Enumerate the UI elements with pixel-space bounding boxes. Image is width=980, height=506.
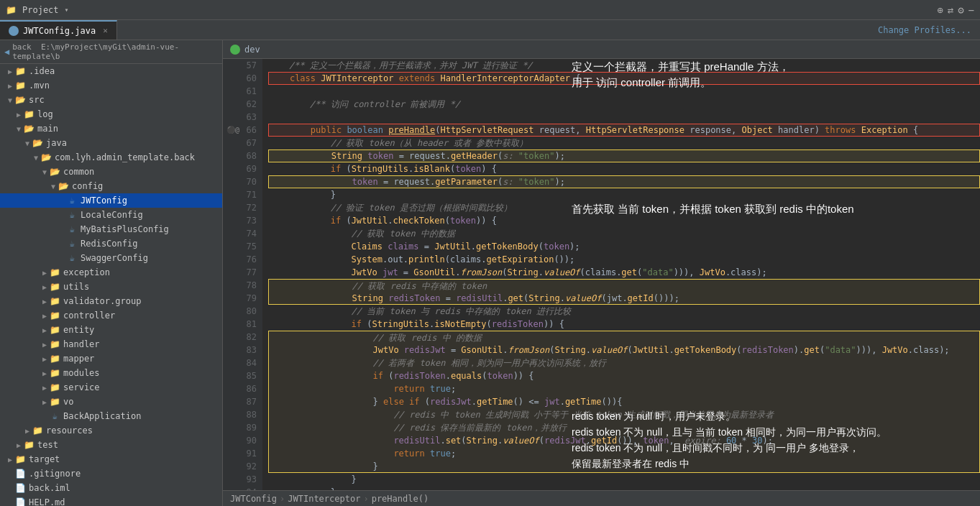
sidebar-item-vo[interactable]: ▶ 📁 vo [0, 395, 222, 409]
sidebar-item-test[interactable]: ▶ 📁 test [0, 438, 222, 452]
folder-icon: 📁 [49, 324, 60, 336]
sidebar-item-redisconfig[interactable]: ▶ ☕ RedisConfig [0, 236, 222, 251]
sidebar-item-utils[interactable]: ▶ 📁 utils [0, 280, 222, 294]
back-navigation[interactable]: ◀ back E:\myProject\myGit\admin-vue-temp… [0, 40, 222, 64]
collapse-arrow: ▶ [40, 269, 49, 277]
sidebar-item-common[interactable]: ▼ 📂 common [0, 165, 222, 179]
sidebar-item-modules[interactable]: ▶ 📁 modules [0, 366, 222, 380]
git-file-icon: 📄 [14, 468, 26, 479]
project-section: 📁 Project ▾ [6, 5, 69, 15]
sidebar-item-label: handler [63, 339, 100, 349]
sidebar-item-swaggerconfig[interactable]: ▶ ☕ SwaggerConfig [0, 251, 222, 265]
editor-area: dev 57 60 61 62 63 ⚫@ 66 67 68 69 70 71 … [223, 40, 980, 506]
code-body[interactable]: /** 定义一个拦截器，用于拦截请求，并对 JWT 进行验证 */ class … [262, 59, 980, 490]
sidebar-item-src[interactable]: ▼ 📂 src [0, 93, 222, 107]
sidebar-item-log[interactable]: ▶ 📁 log [0, 107, 222, 121]
sidebar-item-main[interactable]: ▼ 📂 main [0, 121, 222, 136]
sidebar-item-gitignore[interactable]: ▶ 📄 .gitignore [0, 466, 222, 481]
collapse-arrow: ▶ [40, 341, 49, 349]
folder-icon: 📁 [49, 382, 60, 393]
sidebar-item-label: JWTConfig [81, 196, 127, 206]
line-number: 79 [223, 292, 262, 305]
sidebar-item-label: BackApplication [63, 411, 141, 421]
java-icon: ☕ [66, 195, 78, 206]
code-line [268, 85, 980, 98]
code-line: /** 访问 controller 前被调用 */ [268, 98, 980, 111]
folder-icon: 📁 [23, 109, 35, 120]
collapse-arrow: ▶ [14, 441, 23, 449]
sidebar-item-config[interactable]: ▼ 📂 config [0, 179, 222, 193]
sidebar-item-idea[interactable]: ▶ 📁 .idea [0, 64, 222, 78]
line-number: 74 [223, 227, 262, 240]
sidebar-item-exception[interactable]: ▶ 📁 exception [0, 265, 222, 280]
breadcrumb-prehandle[interactable]: preHandle() [372, 494, 429, 504]
collapse-arrow: ▶ [58, 254, 66, 262]
sidebar-item-validator[interactable]: ▶ 📁 validator.group [0, 294, 222, 308]
sidebar-item-label: MyBatisPlusConfig [81, 224, 169, 234]
sidebar-item-handler[interactable]: ▶ 📁 handler [0, 337, 222, 351]
folder-icon: 📂 [58, 180, 69, 192]
breadcrumb-jwtinterceptor[interactable]: JWTInterceptor [288, 494, 360, 504]
line-number: 76 [223, 253, 262, 266]
code-line: System.out.println(claims.getExpiration(… [268, 253, 980, 266]
line-number: ⚫@ 66 [223, 124, 262, 137]
settings-icon[interactable]: ⚙ [958, 4, 963, 16]
folder-icon: 📂 [32, 137, 43, 149]
line-number: 62 [223, 98, 262, 111]
folder-icon: 📁 [49, 353, 60, 364]
sidebar-item-localeconfig[interactable]: ▶ ☕ LocaleConfig [0, 208, 222, 222]
sidebar-item-entity[interactable]: ▶ 📁 entity [0, 323, 222, 337]
code-line: String redisToken = redisUtil.get(String… [268, 292, 980, 305]
folder-icon: 📁 [32, 425, 43, 436]
add-icon[interactable]: ⊕ [937, 4, 943, 16]
code-body-container: /** 定义一个拦截器，用于拦截请求，并对 JWT 进行验证 */ class … [262, 59, 980, 490]
minimize-icon[interactable]: − [968, 4, 974, 16]
sidebar-item-mapper[interactable]: ▶ 📁 mapper [0, 351, 222, 366]
code-editor[interactable]: 57 60 61 62 63 ⚫@ 66 67 68 69 70 71 72 7… [223, 59, 980, 490]
sidebar-item-resources[interactable]: ▶ 📁 resources [0, 423, 222, 438]
line-number: 80 [223, 305, 262, 318]
sidebar-item-backapplication[interactable]: ▶ ☕ BackApplication [0, 409, 222, 423]
code-line: // 获取 token（从 header 或者 参数中获取） [268, 137, 980, 150]
sidebar-item-mvn[interactable]: ▶ 📁 .mvn [0, 78, 222, 93]
line-number: 87 [223, 395, 262, 408]
project-label[interactable]: Project [22, 5, 59, 15]
line-number: 91 [223, 447, 262, 460]
project-dropdown-icon[interactable]: ▾ [65, 6, 69, 14]
collapse-arrow: ▶ [6, 82, 14, 90]
sidebar: ◀ back E:\myProject\myGit\admin-vue-temp… [0, 40, 223, 506]
sidebar-item-label: vo [63, 397, 73, 407]
sidebar-item-label: back.iml [29, 483, 70, 493]
code-line: } [268, 188, 980, 201]
sidebar-item-mybatisconfig[interactable]: ▶ ☕ MyBatisPlusConfig [0, 222, 222, 236]
sidebar-item-backiml[interactable]: ▶ 📄 back.iml [0, 481, 222, 495]
sidebar-item-label: common [63, 167, 94, 177]
collapse-arrow: ▶ [6, 470, 14, 478]
sidebar-item-label: resources [46, 426, 93, 436]
dev-status-icon [230, 45, 240, 55]
sidebar-item-target[interactable]: ▶ 📁 target [0, 452, 222, 466]
sidebar-item-jwtconfig[interactable]: ▶ ☕ JWTConfig [0, 193, 222, 208]
sync-icon[interactable]: ⇄ [948, 4, 953, 16]
sidebar-item-com[interactable]: ▼ 📂 com.lyh.admin_template.back [0, 150, 222, 165]
breadcrumb-jwtconfig[interactable]: JWTConfig [230, 494, 277, 504]
collapse-arrow: ▼ [6, 96, 14, 104]
folder-icon: 📁 [23, 439, 35, 451]
collapse-arrow: ▶ [6, 456, 14, 464]
sidebar-item-label: mapper [63, 354, 94, 364]
folder-icon: 📁 [49, 367, 60, 379]
sidebar-item-java[interactable]: ▼ 📂 java [0, 136, 222, 150]
tab-jwtconfig[interactable]: JWTConfig.java ✕ [0, 20, 117, 40]
line-number: 86 [223, 382, 262, 395]
code-line: // 获取 redis 中 的数据 [268, 331, 980, 344]
sidebar-item-controller[interactable]: ▶ 📁 controller [0, 308, 222, 323]
code-line: } else if (redisJwt.getTime() <= jwt.get… [268, 395, 980, 408]
change-profiles-link[interactable]: Change Profiles... [869, 20, 980, 40]
sidebar-item-label: LocaleConfig [81, 210, 143, 220]
sidebar-item-service[interactable]: ▶ 📁 service [0, 380, 222, 395]
line-number: 68 [223, 150, 262, 162]
sidebar-item-helpmd[interactable]: ▶ 📄 HELP.md [0, 495, 222, 506]
code-line: token = request.getParameter(s: "token")… [268, 175, 980, 188]
tab-close-icon[interactable]: ✕ [103, 26, 108, 35]
code-line: return true; [268, 447, 980, 460]
